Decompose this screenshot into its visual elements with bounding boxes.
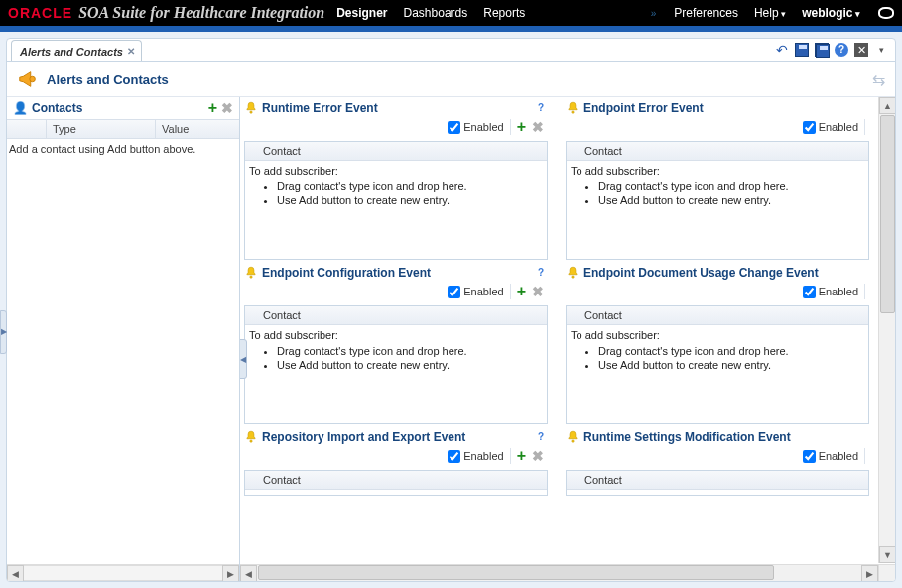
col-value[interactable]: Value — [156, 120, 239, 138]
contacts-icon: 👤 — [13, 101, 28, 115]
bell-icon — [566, 266, 580, 280]
help-icon[interactable]: ? — [834, 42, 849, 58]
event-card: Endpoint Error EventEnabledContactTo add… — [566, 99, 869, 260]
close-panel-icon[interactable]: ✕ — [853, 42, 869, 58]
tabstrip: Alerts and Contacts ✕ ↶ ? ✕ ▾ — [7, 39, 895, 62]
toolbar-divider — [864, 284, 865, 299]
event-title: Runtime Settings Modification Event — [583, 430, 869, 444]
enabled-checkbox[interactable]: Enabled — [803, 450, 858, 463]
event-help-icon[interactable]: ? — [534, 101, 548, 115]
event-toolbar: Enabled — [566, 446, 869, 470]
nav-user[interactable]: weblogic — [802, 6, 860, 20]
toolbar-divider — [864, 448, 865, 464]
delete-subscriber-button: ✖ — [532, 121, 544, 133]
delete-contact-button: ✖ — [221, 102, 233, 114]
enabled-checkbox[interactable]: Enabled — [448, 286, 503, 298]
top-navbar: ORACLE SOA Suite for Healthcare Integrat… — [0, 0, 902, 26]
event-title: Repository Import and Export Event — [262, 430, 534, 444]
nav-help[interactable]: Help — [754, 6, 786, 20]
content-body: 👤 Contacts + ✖ Type Value Add a contact … — [7, 96, 895, 581]
hscroll-right-button[interactable]: ▶ — [861, 565, 878, 581]
event-toolbar: Enabled+✖ — [244, 282, 548, 305]
panel-menu-dropdown[interactable]: ▾ — [873, 42, 889, 58]
save-all-icon[interactable] — [814, 42, 830, 58]
nav-preferences[interactable]: Preferences — [674, 6, 738, 20]
enabled-checkbox[interactable]: Enabled — [803, 286, 858, 298]
toolbar-divider — [864, 119, 865, 135]
scroll-up-button[interactable]: ▲ — [879, 97, 895, 114]
event-header: Repository Import and Export Event? — [244, 428, 548, 446]
svg-point-3 — [250, 276, 252, 278]
event-header: Runtime Settings Modification Event — [566, 428, 869, 446]
contacts-hscroll[interactable]: ◀ ▶ — [7, 564, 239, 581]
event-card: Endpoint Document Usage Change EventEnab… — [566, 264, 869, 424]
app-title: SOA Suite for Healthcare Integration — [78, 4, 324, 22]
contact-box-header: Contact — [245, 471, 547, 490]
contact-box: Contact — [566, 470, 869, 496]
events-pane: ◀ Runtime Error Event?Enabled+✖ContactTo… — [240, 97, 895, 581]
vertical-scrollbar[interactable]: ▲ ▼ — [878, 97, 895, 563]
svg-point-1 — [250, 111, 252, 113]
svg-point-5 — [250, 440, 252, 442]
save-icon[interactable] — [794, 42, 810, 58]
svg-point-6 — [572, 440, 574, 442]
enabled-checkbox[interactable]: Enabled — [448, 121, 503, 134]
bell-icon — [566, 101, 580, 115]
contacts-pane: 👤 Contacts + ✖ Type Value Add a contact … — [7, 97, 240, 581]
toolbar-divider — [510, 119, 511, 135]
event-card: Repository Import and Export Event?Enabl… — [244, 428, 548, 496]
hscroll-left-button[interactable]: ◀ — [240, 565, 257, 581]
event-card: Endpoint Configuration Event?Enabled+✖Co… — [244, 264, 548, 424]
scroll-left-button[interactable]: ◀ — [7, 565, 24, 581]
tab-close-icon[interactable]: ✕ — [127, 46, 135, 57]
scroll-track[interactable] — [24, 565, 222, 581]
contact-box: ContactTo add subscriber:Drag contact's … — [244, 141, 548, 260]
add-subscriber-button[interactable]: + — [517, 121, 526, 133]
refresh-icon[interactable]: ⇆ — [872, 70, 885, 89]
event-header: Endpoint Error Event — [566, 99, 869, 117]
revert-icon[interactable]: ↶ — [774, 42, 790, 58]
event-help-icon[interactable]: ? — [534, 266, 548, 280]
bell-icon — [244, 101, 258, 115]
add-contact-button[interactable]: + — [208, 102, 217, 114]
nav-designer[interactable]: Designer — [336, 6, 387, 20]
scroll-down-button[interactable]: ▼ — [879, 546, 895, 563]
event-row: Runtime Error Event?Enabled+✖ContactTo a… — [244, 99, 869, 260]
vscroll-thumb[interactable] — [880, 115, 895, 313]
contact-box: ContactTo add subscriber:Drag contact's … — [566, 141, 869, 260]
delete-subscriber-button: ✖ — [532, 450, 544, 462]
svg-point-0 — [30, 76, 36, 82]
oracle-o-icon — [878, 7, 894, 19]
contact-box-body: To add subscriber:Drag contact's type ic… — [567, 161, 868, 216]
add-subscriber-button[interactable]: + — [517, 286, 526, 297]
tab-alerts-contacts[interactable]: Alerts and Contacts ✕ — [11, 40, 142, 61]
toolbar-divider — [510, 448, 511, 464]
splitter-handle[interactable]: ◀ — [240, 339, 247, 379]
contacts-title: Contacts — [32, 101, 82, 115]
add-subscriber-button[interactable]: + — [517, 450, 526, 462]
chevron-right-icon[interactable]: » — [651, 8, 657, 19]
enabled-checkbox[interactable]: Enabled — [448, 450, 503, 463]
bell-icon — [244, 266, 258, 280]
events-container: Runtime Error Event?Enabled+✖ContactTo a… — [240, 97, 877, 563]
contact-box-header: Contact — [245, 306, 547, 325]
scroll-right-button[interactable]: ▶ — [222, 565, 239, 581]
event-toolbar: Enabled+✖ — [244, 117, 548, 141]
col-type[interactable]: Type — [47, 120, 156, 138]
event-help-icon[interactable]: ? — [534, 430, 548, 444]
main-panel: Alerts and Contacts ✕ ↶ ? ✕ ▾ Alerts and… — [6, 38, 896, 582]
oracle-logo: ORACLE — [8, 5, 72, 21]
toolbar-icons: ↶ ? ✕ ▾ — [774, 42, 889, 58]
contact-box-header: Contact — [567, 142, 868, 161]
nav-dashboards[interactable]: Dashboards — [404, 6, 468, 20]
page-title: Alerts and Contacts — [47, 72, 169, 87]
contact-box: ContactTo add subscriber:Drag contact's … — [244, 305, 548, 424]
bell-icon — [566, 430, 580, 444]
horizontal-scrollbar[interactable]: ◀ ▶ — [240, 564, 878, 581]
toolbar-divider — [510, 284, 511, 299]
enabled-checkbox[interactable]: Enabled — [803, 121, 858, 134]
hscroll-thumb[interactable] — [258, 565, 774, 580]
nav-reports[interactable]: Reports — [483, 6, 525, 20]
contacts-header: 👤 Contacts + ✖ — [7, 97, 239, 119]
left-dock-handle[interactable]: ▶ — [0, 310, 7, 354]
